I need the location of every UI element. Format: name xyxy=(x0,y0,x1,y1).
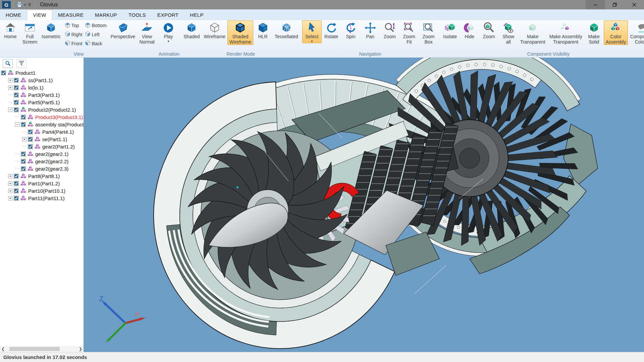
shaded-wireframe-button[interactable]: ShadedWireframe xyxy=(227,20,253,45)
expander-minus-icon[interactable]: − xyxy=(8,108,12,112)
expander-plus-icon[interactable]: + xyxy=(22,137,26,141)
tree-item-assembly-sta-product1-1[interactable]: −assembly sta(Product1.1 xyxy=(0,121,84,128)
spin-button[interactable]: Spin xyxy=(341,20,361,40)
tree-item-gear2-gear2-2[interactable]: gear2(gear2.2) xyxy=(0,158,84,165)
tree-item-gear2-part1-2[interactable]: gear2(Part1.2) xyxy=(0,143,84,150)
show-all-button[interactable]: Showall xyxy=(499,20,518,45)
visibility-checkbox[interactable] xyxy=(1,70,6,75)
tree-search-button[interactable] xyxy=(3,59,13,68)
visibility-checkbox[interactable] xyxy=(21,115,26,120)
tab-view[interactable]: VIEW xyxy=(27,10,52,20)
expander-plus-icon[interactable]: + xyxy=(8,174,12,178)
visibility-checkbox[interactable] xyxy=(21,166,26,171)
view-button-bottom[interactable]: Bottom xyxy=(84,21,107,30)
print-button[interactable]: ▾ xyxy=(15,1,27,9)
visibility-checkbox[interactable] xyxy=(14,93,19,98)
pan-button[interactable]: Pan xyxy=(361,20,380,40)
hide-button[interactable]: Hide xyxy=(460,20,479,40)
close-button[interactable] xyxy=(625,0,644,9)
tessellated-button[interactable]: Tessellated xyxy=(273,20,300,40)
tree-item-product2-product2-1[interactable]: −Product2(Product2.1) xyxy=(0,106,84,113)
tree-item-part8-part8-1[interactable]: +Part8(Part8.1) xyxy=(0,172,84,180)
dropdown-arrow[interactable]: ▾ xyxy=(311,40,313,43)
visibility-checkbox[interactable] xyxy=(14,188,19,193)
tree-item-part11-part11-1[interactable]: +Part11(Part11.1) xyxy=(0,194,84,202)
visibility-checkbox[interactable] xyxy=(21,152,26,157)
tree-horizontal-scrollbar[interactable]: ❮ ❯ xyxy=(0,346,84,352)
tree-item-se-part1-1[interactable]: +se(Part1.1) xyxy=(0,135,84,143)
minimize-button[interactable] xyxy=(586,0,605,9)
expander-plus-icon[interactable]: + xyxy=(8,78,12,82)
zoom-button[interactable]: Zoom xyxy=(479,20,499,40)
visibility-checkbox[interactable] xyxy=(28,129,33,134)
view-button-top[interactable]: Top xyxy=(64,21,83,30)
wireframe-button[interactable]: Wireframe xyxy=(202,20,228,40)
rotate-button[interactable]: Rotate xyxy=(322,20,341,40)
tree-item-ss-part1-1[interactable]: +ss(Part1.1) xyxy=(0,76,84,84)
view-normal-button[interactable]: ViewNormal xyxy=(137,20,157,45)
view-button-right[interactable]: Right xyxy=(64,30,83,39)
visibility-checkbox[interactable] xyxy=(14,181,19,186)
visibility-checkbox[interactable] xyxy=(21,159,26,164)
hlr-button[interactable]: HLR xyxy=(253,20,273,40)
expander-plus-icon[interactable]: + xyxy=(8,189,12,193)
visibility-checkbox[interactable] xyxy=(14,107,19,112)
restore-button[interactable] xyxy=(605,0,625,9)
tree-item-product1[interactable]: Product1 xyxy=(0,69,84,76)
tree-item-gear2-gear2-3[interactable]: gear2(gear2.3) xyxy=(0,165,84,172)
select-button[interactable]: Select▾ xyxy=(302,20,322,43)
expander-minus-icon[interactable]: − xyxy=(15,122,19,127)
visibility-checkbox[interactable] xyxy=(14,100,19,105)
tree-item-part10-part10-1[interactable]: +Part10(Part10.1) xyxy=(0,187,84,194)
visibility-checkbox[interactable] xyxy=(28,137,33,142)
tree-item-lo-lo-1[interactable]: +lo(lo.1) xyxy=(0,84,84,91)
tree-filter-button[interactable] xyxy=(16,59,26,68)
zoom-fit-button[interactable]: ZoomFit xyxy=(399,20,419,45)
visibility-checkbox[interactable] xyxy=(14,174,19,179)
view-button-left[interactable]: Left xyxy=(84,30,107,39)
perspective-button[interactable]: Perspective xyxy=(109,20,137,40)
tab-export[interactable]: EXPORT xyxy=(152,10,184,20)
scroll-thumb[interactable] xyxy=(9,347,60,351)
customize-quick-access-button[interactable] xyxy=(27,1,32,9)
tree-item-product3-product3-1[interactable]: Product3(Product3.1) xyxy=(0,113,84,121)
visibility-checkbox[interactable] xyxy=(14,78,19,83)
visibility-checkbox[interactable] xyxy=(14,196,19,201)
visibility-checkbox[interactable] xyxy=(28,144,33,149)
tree-item-part1-part1-2[interactable]: +Part1(Part1.2) xyxy=(0,180,84,187)
scroll-left-arrow[interactable]: ❮ xyxy=(0,347,6,351)
zoom-button[interactable]: Zoom xyxy=(380,20,399,40)
3d-viewport[interactable]: ZX xyxy=(84,58,644,352)
full-screen-button[interactable]: FullScreen xyxy=(20,20,40,45)
play-button[interactable]: Play▾ xyxy=(159,20,178,43)
tab-help[interactable]: HELP xyxy=(184,10,209,20)
view-button-front[interactable]: Front xyxy=(64,39,83,48)
tree-item-gear2-gear2-1[interactable]: gear2(gear2.1) xyxy=(0,150,84,158)
tab-home[interactable]: HOME xyxy=(0,10,27,20)
make-solid-button[interactable]: MakeSolid xyxy=(584,20,604,45)
tree-item-part3-part3-1[interactable]: Part3(Part3.1) xyxy=(0,91,84,99)
visibility-checkbox[interactable] xyxy=(14,85,19,90)
dropdown-arrow[interactable]: ▾ xyxy=(168,40,169,43)
tab-measure[interactable]: MEASURE xyxy=(52,10,89,20)
component-color-button[interactable]: ComponentColor ▾ xyxy=(628,20,644,45)
color-assembly-button[interactable]: ColorAssembly xyxy=(604,20,628,45)
isolate-button[interactable]: Isolate xyxy=(440,20,460,40)
tab-tools[interactable]: TOOLS xyxy=(123,10,152,20)
app-logo[interactable]: G xyxy=(2,1,11,9)
scroll-right-arrow[interactable]: ❯ xyxy=(77,347,84,351)
turbofan-engine-model[interactable]: ZX xyxy=(84,58,644,352)
tree-item-part4-part4-1[interactable]: Part4(Part4.1) xyxy=(0,128,84,135)
expander-plus-icon[interactable]: + xyxy=(8,85,12,90)
visibility-checkbox[interactable] xyxy=(21,122,26,127)
shaded-button[interactable]: Shaded xyxy=(181,20,202,40)
make-transparent-button[interactable]: MakeTransparent xyxy=(518,20,547,45)
tab-markup[interactable]: MARKUP xyxy=(89,10,123,20)
expander-plus-icon[interactable]: + xyxy=(8,181,12,186)
tree-item-part5-part5-1[interactable]: Part5(Part5.1) xyxy=(0,99,84,106)
expander-plus-icon[interactable]: + xyxy=(8,196,12,200)
isometric-button[interactable]: Isometric xyxy=(40,20,63,40)
home-button[interactable]: Home xyxy=(1,20,20,40)
zoom-box-button[interactable]: ZoomBox xyxy=(419,20,438,45)
make-assembly-transparent-button[interactable]: Make AssemblyTransparent xyxy=(547,20,584,45)
